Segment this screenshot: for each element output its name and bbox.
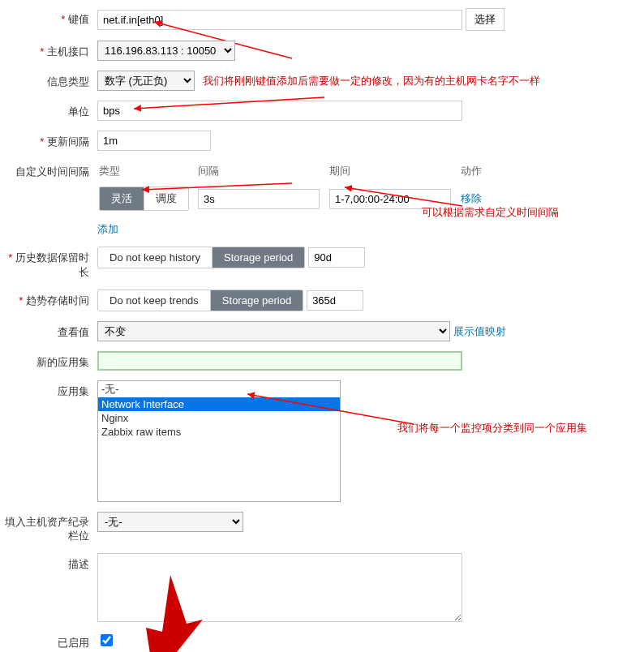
label-description: 描述 bbox=[0, 553, 97, 572]
trends-days-input[interactable] bbox=[307, 290, 363, 311]
host-interface-select[interactable]: 116.196.83.113 : 10050 bbox=[97, 41, 235, 61]
description-textarea[interactable] bbox=[97, 553, 462, 622]
unit-input[interactable] bbox=[97, 101, 462, 121]
label-new-app: 新的应用集 bbox=[0, 351, 97, 370]
show-value-select[interactable]: 不变 bbox=[97, 321, 450, 341]
key-input[interactable] bbox=[97, 10, 462, 30]
scheduling-button[interactable]: 调度 bbox=[144, 187, 188, 210]
label-info-type: 信息类型 bbox=[0, 71, 97, 89]
app-listbox[interactable]: -无- Network Interface Nginx Zabbix raw i… bbox=[97, 380, 341, 502]
history-storage-period-button[interactable]: Storage period bbox=[213, 247, 304, 268]
annotation-appset: 我们将每一个监控项分类到同一个应用集 bbox=[397, 421, 587, 435]
th-type: 类型 bbox=[99, 162, 196, 183]
interval-input[interactable] bbox=[198, 189, 320, 209]
th-interval: 间隔 bbox=[198, 162, 328, 183]
update-interval-input[interactable] bbox=[97, 131, 211, 151]
annotation-key: 我们将刚刚键值添加后需要做一定的修改，因为有的主机网卡名字不一样 bbox=[203, 74, 540, 88]
flexible-button[interactable]: 灵活 bbox=[100, 187, 144, 210]
label-app-set: 应用集 bbox=[0, 380, 97, 399]
list-item[interactable]: Zabbix raw items bbox=[98, 425, 340, 439]
label-inventory: 填入主机资产纪录栏位 bbox=[0, 512, 97, 543]
interval-type-segment: 灵活 调度 bbox=[99, 187, 189, 211]
history-segment: Do not keep history Storage period bbox=[97, 247, 305, 268]
no-keep-trends-button[interactable]: Do not keep trends bbox=[98, 290, 211, 311]
trends-segment: Do not keep trends Storage period bbox=[97, 290, 303, 311]
history-days-input[interactable] bbox=[308, 247, 365, 268]
th-action: 动作 bbox=[461, 162, 498, 183]
list-item[interactable]: Nginx bbox=[98, 411, 340, 425]
info-type-select[interactable]: 数字 (无正负) bbox=[97, 71, 195, 91]
label-custom-intervals: 自定义时间间隔 bbox=[0, 161, 97, 179]
remove-link[interactable]: 移除 bbox=[461, 192, 482, 204]
no-keep-history-button[interactable]: Do not keep history bbox=[98, 247, 213, 268]
label-enabled: 已启用 bbox=[0, 632, 97, 650]
label-host-interface: 主机接口 bbox=[0, 41, 97, 59]
list-item[interactable]: -无- bbox=[98, 381, 340, 397]
label-trends: 趋势存储时间 bbox=[0, 290, 97, 308]
trends-storage-period-button[interactable]: Storage period bbox=[211, 290, 303, 311]
th-period: 期间 bbox=[329, 162, 459, 183]
show-value-map-link[interactable]: 展示值映射 bbox=[453, 324, 506, 339]
add-interval-link[interactable]: 添加 bbox=[97, 223, 118, 235]
list-item[interactable]: Network Interface bbox=[98, 397, 340, 411]
inventory-select[interactable]: -无- bbox=[97, 512, 243, 532]
label-show-value: 查看值 bbox=[0, 321, 97, 340]
label-unit: 单位 bbox=[0, 101, 97, 119]
enabled-checkbox[interactable] bbox=[101, 634, 113, 646]
label-key: 键值 bbox=[0, 8, 97, 27]
new-app-input[interactable] bbox=[97, 351, 462, 371]
label-update-interval: 更新间隔 bbox=[0, 131, 97, 149]
label-history: 历史数据保留时长 bbox=[0, 247, 97, 280]
annotation-interval: 可以根据需求自定义时间间隔 bbox=[422, 205, 559, 220]
select-button[interactable]: 选择 bbox=[466, 8, 504, 31]
